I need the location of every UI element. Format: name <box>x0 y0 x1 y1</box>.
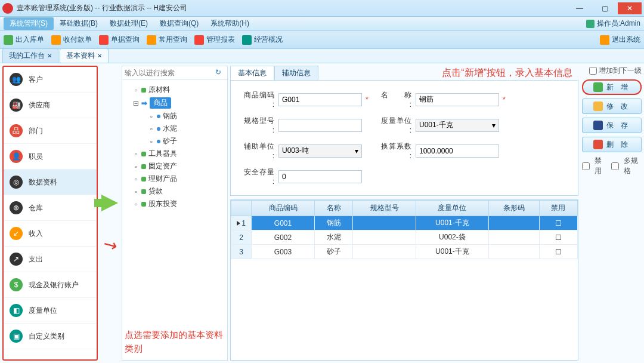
tree-node-cement[interactable]: ▫水泥 <box>125 122 225 135</box>
select-aux-uom[interactable]: U003-吨▾ <box>278 144 362 158</box>
tab-basic-data[interactable]: 基本资料✕ <box>60 48 109 63</box>
chk-disable[interactable] <box>582 162 590 170</box>
delete-button[interactable]: 删 除 <box>582 137 642 152</box>
tb-common-query[interactable]: 常用查询 <box>147 35 187 45</box>
action-buttons: 增加到下一级 新 增 修 改 保 存 删 除 禁用 多规格 <box>582 66 642 361</box>
tree-search: ↻ <box>122 66 227 80</box>
tb-stock-bill[interactable]: 出入库单 <box>4 35 44 45</box>
close-button[interactable]: ✕ <box>618 2 642 14</box>
title-bar: 壹本账管理系统(业务版) -- 行业数据演示 -- H建安公司 — ▢ ✕ <box>0 0 644 17</box>
plus-icon <box>593 82 603 92</box>
operator-label: 操作员:Admin <box>586 19 640 29</box>
lbl-name: 名 称 : <box>376 90 412 109</box>
nav-customer[interactable]: 👥客户 <box>4 67 97 93</box>
tb-report[interactable]: 管理报表 <box>194 35 235 45</box>
nav-expense[interactable]: ↗支出 <box>4 247 97 272</box>
tree-node-product[interactable]: ⊟➡商品 <box>125 96 225 110</box>
col-uom[interactable]: 度量单位 <box>416 201 488 216</box>
nav-department[interactable]: 品部门 <box>4 118 97 144</box>
tab-aux-info[interactable]: 辅助信息 <box>274 66 318 80</box>
col-disabled[interactable]: 禁用 <box>539 201 577 216</box>
red-arrow-icon: ↘ <box>99 233 120 257</box>
nav-cash-bank[interactable]: $现金及银行账户 <box>4 272 97 298</box>
inner-tabs: 基本信息 辅助信息 <box>230 66 318 80</box>
table-row[interactable]: 1 G001钢筋U001-千克☐ <box>231 216 578 230</box>
col-code[interactable]: 商品编码 <box>252 201 315 216</box>
nav-income[interactable]: ↙收入 <box>4 221 97 247</box>
table-row[interactable]: 3 G003砂子U001-千克☐ <box>231 245 578 259</box>
product-grid: 商品编码 名称 规格型号 度量单位 条形码 禁用 1 G001钢筋U001-千克… <box>230 199 578 361</box>
tree-node-investment[interactable]: ▫股东投资 <box>125 198 225 210</box>
income-icon: ↙ <box>10 227 23 240</box>
col-name[interactable]: 名称 <box>315 201 353 216</box>
maximize-button[interactable]: ▢ <box>593 2 617 14</box>
tree-node-raw[interactable]: ▫原材料 <box>125 84 225 96</box>
chk-add-child[interactable] <box>589 67 597 75</box>
report-icon <box>194 35 204 45</box>
tb-payment-bill[interactable]: 收付款单 <box>51 35 92 45</box>
menu-data-query[interactable]: 数据查询(Q) <box>154 17 205 30</box>
green-arrow-icon <box>101 195 118 211</box>
doc-icon <box>51 35 61 45</box>
lbl-code: 商品编码 : <box>239 90 275 109</box>
tab-basic-info[interactable]: 基本信息 <box>230 66 274 80</box>
tree-node-loan[interactable]: ▫贷款 <box>125 185 225 198</box>
nav-custom-category[interactable]: ▣自定义类别 <box>4 324 97 349</box>
col-rownum[interactable] <box>231 201 252 216</box>
lbl-safe: 安全存量 : <box>239 167 275 186</box>
save-button[interactable]: 保 存 <box>582 118 642 133</box>
close-icon[interactable]: ✕ <box>47 53 52 59</box>
menu-base-data[interactable]: 基础数据(B) <box>54 17 104 30</box>
menu-data-process[interactable]: 数据处理(E) <box>104 17 154 30</box>
menu-help[interactable]: 系统帮助(H) <box>205 17 255 30</box>
tree-node-fixed-asset[interactable]: ▫固定资产 <box>125 160 225 173</box>
user-icon <box>586 20 595 28</box>
input-factor[interactable] <box>416 144 499 158</box>
left-nav: 👥客户 🏭供应商 品部门 👤职员 ◎数据资料 ⊕仓库 ↙收入 ↗支出 $现金及银… <box>2 66 98 361</box>
add-button[interactable]: 新 增 <box>582 79 642 95</box>
tb-bill-query[interactable]: 单据查询 <box>99 35 140 45</box>
dept-icon: 品 <box>10 124 23 137</box>
close-icon[interactable]: ✕ <box>97 53 102 59</box>
search-icon <box>147 35 156 45</box>
input-safe-stock[interactable] <box>278 170 362 183</box>
nav-supplier[interactable]: 🏭供应商 <box>4 93 97 118</box>
tree-node-sand[interactable]: ▫砂子 <box>125 135 225 147</box>
input-code[interactable] <box>278 93 362 106</box>
chevron-down-icon: ▾ <box>355 147 358 155</box>
col-spec[interactable]: 规格型号 <box>353 201 416 216</box>
search-icon <box>99 35 109 45</box>
annotation-arrows: ↘ <box>98 63 122 363</box>
nav-uom[interactable]: ◧度量单位 <box>4 298 97 324</box>
input-spec[interactable] <box>278 119 362 132</box>
input-name[interactable] <box>416 93 499 106</box>
bank-icon: $ <box>10 278 23 291</box>
supplier-icon: 🏭 <box>10 99 23 112</box>
nav-warehouse[interactable]: ⊕仓库 <box>4 195 97 221</box>
minimize-button[interactable]: — <box>568 2 592 14</box>
tree-node-steel[interactable]: ▫钢筋 <box>125 110 225 122</box>
tab-workbench[interactable]: 我的工作台✕ <box>2 48 58 63</box>
menu-system[interactable]: 系统管理(S) <box>4 17 54 30</box>
annotation-left: 点选需要添加的基本资料类别 <box>122 324 227 360</box>
category-tree-panel: ↻ ▫原材料 ⊟➡商品 ▫钢筋 ▫水泥 ▫砂子 ▫工具器具 ▫固定资产 ▫理财产… <box>122 66 228 361</box>
nav-data[interactable]: ◎数据资料 <box>4 170 97 195</box>
tree-search-input[interactable] <box>125 69 215 77</box>
tb-exit[interactable]: 退出系统 <box>600 35 640 45</box>
tree-node-tools[interactable]: ▫工具器具 <box>125 147 225 160</box>
exit-icon <box>600 35 609 45</box>
reload-icon[interactable]: ↻ <box>215 68 225 78</box>
app-icon <box>2 3 13 14</box>
doc-tabbar: 我的工作台✕ 基本资料✕ <box>0 49 644 63</box>
chk-multispec[interactable] <box>611 162 619 170</box>
tree-node-finance-product[interactable]: ▫理财产品 <box>125 173 225 185</box>
col-barcode[interactable]: 条形码 <box>488 201 539 216</box>
select-uom[interactable]: U001-千克▾ <box>416 119 499 132</box>
lbl-factor: 换算系数 : <box>376 141 412 160</box>
table-row[interactable]: 2 G002水泥U002-袋☐ <box>231 230 578 245</box>
nav-staff[interactable]: 👤职员 <box>4 144 97 170</box>
tb-overview[interactable]: 经营概况 <box>242 35 283 45</box>
main-panel: 基本信息 辅助信息 点击“新增”按钮，录入基本信息 商品编码 : * 名 称 :… <box>230 66 642 361</box>
window-title: 壹本账管理系统(业务版) -- 行业数据演示 -- H建安公司 <box>17 3 566 13</box>
edit-button[interactable]: 修 改 <box>582 99 642 114</box>
